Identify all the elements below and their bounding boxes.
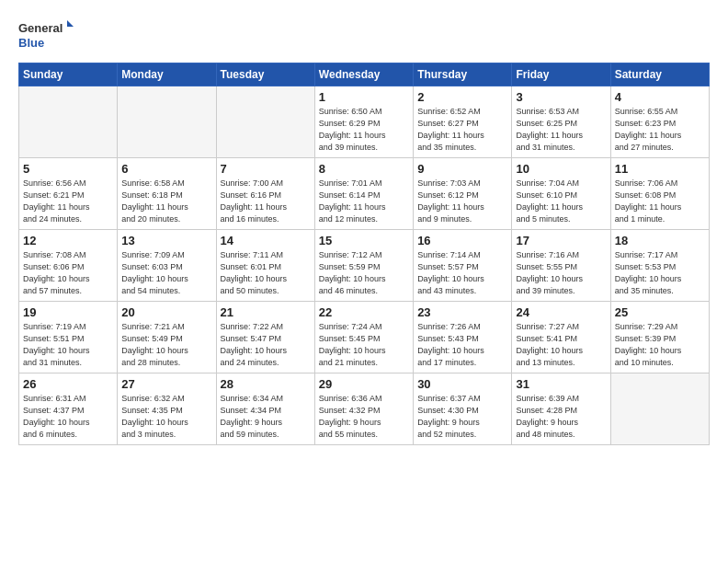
week-row-1: 1Sunrise: 6:50 AM Sunset: 6:29 PM Daylig…: [19, 86, 710, 158]
weekday-monday: Monday: [118, 63, 216, 86]
day-number: 14: [221, 234, 311, 247]
day-number: 19: [23, 305, 113, 319]
day-info: Sunrise: 7:04 AM Sunset: 6:10 PM Dayligh…: [516, 178, 606, 225]
calendar-cell: 7Sunrise: 7:00 AM Sunset: 6:16 PM Daylig…: [216, 158, 314, 230]
calendar-cell: 18Sunrise: 7:17 AM Sunset: 5:53 PM Dayli…: [610, 230, 709, 302]
weekday-sunday: Sunday: [19, 63, 118, 86]
calendar-cell: 5Sunrise: 6:56 AM Sunset: 6:21 PM Daylig…: [19, 158, 118, 230]
day-info: Sunrise: 7:12 AM Sunset: 5:59 PM Dayligh…: [319, 249, 409, 297]
day-info: Sunrise: 6:32 AM Sunset: 4:35 PM Dayligh…: [121, 393, 211, 441]
day-info: Sunrise: 7:24 AM Sunset: 5:45 PM Dayligh…: [319, 321, 409, 369]
day-info: Sunrise: 7:29 AM Sunset: 5:39 PM Dayligh…: [615, 321, 705, 369]
day-number: 30: [417, 377, 507, 391]
day-info: Sunrise: 7:03 AM Sunset: 6:12 PM Dayligh…: [417, 178, 507, 225]
day-number: 22: [319, 305, 409, 319]
day-info: Sunrise: 6:37 AM Sunset: 4:30 PM Dayligh…: [417, 393, 507, 441]
calendar-cell: 23Sunrise: 7:26 AM Sunset: 5:43 PM Dayli…: [414, 302, 512, 373]
day-info: Sunrise: 6:50 AM Sunset: 6:29 PM Dayligh…: [319, 106, 409, 154]
day-info: Sunrise: 7:14 AM Sunset: 5:57 PM Dayligh…: [417, 249, 507, 297]
day-number: 8: [319, 162, 409, 176]
day-info: Sunrise: 7:26 AM Sunset: 5:43 PM Dayligh…: [417, 321, 507, 369]
day-number: 7: [221, 162, 311, 176]
calendar-cell: 16Sunrise: 7:14 AM Sunset: 5:57 PM Dayli…: [414, 230, 512, 302]
calendar-cell: 19Sunrise: 7:19 AM Sunset: 5:51 PM Dayli…: [19, 302, 118, 373]
day-info: Sunrise: 7:00 AM Sunset: 6:16 PM Dayligh…: [221, 178, 311, 225]
day-number: 29: [319, 377, 409, 391]
week-row-3: 12Sunrise: 7:08 AM Sunset: 6:06 PM Dayli…: [19, 230, 710, 302]
day-number: 25: [615, 305, 705, 319]
calendar-cell: 30Sunrise: 6:37 AM Sunset: 4:30 PM Dayli…: [414, 373, 512, 445]
day-info: Sunrise: 7:08 AM Sunset: 6:06 PM Dayligh…: [23, 249, 113, 297]
day-number: 6: [121, 162, 211, 176]
calendar-cell: 24Sunrise: 7:27 AM Sunset: 5:41 PM Dayli…: [512, 302, 610, 373]
day-info: Sunrise: 7:22 AM Sunset: 5:47 PM Dayligh…: [221, 321, 311, 369]
day-info: Sunrise: 6:36 AM Sunset: 4:32 PM Dayligh…: [319, 393, 409, 441]
calendar-cell: 12Sunrise: 7:08 AM Sunset: 6:06 PM Dayli…: [19, 230, 118, 302]
calendar-cell: 17Sunrise: 7:16 AM Sunset: 5:55 PM Dayli…: [512, 230, 610, 302]
day-info: Sunrise: 6:55 AM Sunset: 6:23 PM Dayligh…: [615, 106, 705, 154]
day-info: Sunrise: 6:39 AM Sunset: 4:28 PM Dayligh…: [516, 393, 606, 441]
calendar-cell: 9Sunrise: 7:03 AM Sunset: 6:12 PM Daylig…: [414, 158, 512, 230]
day-number: 27: [121, 377, 211, 391]
calendar-cell: 10Sunrise: 7:04 AM Sunset: 6:10 PM Dayli…: [512, 158, 610, 230]
calendar-cell: [216, 86, 314, 158]
calendar-cell: 27Sunrise: 6:32 AM Sunset: 4:35 PM Dayli…: [118, 373, 216, 445]
calendar-cell: 1Sunrise: 6:50 AM Sunset: 6:29 PM Daylig…: [314, 86, 413, 158]
calendar-cell: 15Sunrise: 7:12 AM Sunset: 5:59 PM Dayli…: [314, 230, 413, 302]
calendar-cell: 14Sunrise: 7:11 AM Sunset: 6:01 PM Dayli…: [216, 230, 314, 302]
logo: General Blue: [18, 17, 74, 53]
calendar-cell: 3Sunrise: 6:53 AM Sunset: 6:25 PM Daylig…: [512, 86, 610, 158]
calendar-cell: 28Sunrise: 6:34 AM Sunset: 4:34 PM Dayli…: [216, 373, 314, 445]
calendar-cell: [19, 86, 118, 158]
day-number: 3: [516, 90, 606, 104]
day-info: Sunrise: 7:21 AM Sunset: 5:49 PM Dayligh…: [121, 321, 211, 369]
day-number: 21: [221, 305, 311, 319]
day-number: 18: [615, 234, 705, 247]
day-number: 10: [516, 162, 606, 176]
calendar-cell: 4Sunrise: 6:55 AM Sunset: 6:23 PM Daylig…: [610, 86, 709, 158]
day-info: Sunrise: 6:58 AM Sunset: 6:18 PM Dayligh…: [121, 178, 211, 225]
day-info: Sunrise: 7:09 AM Sunset: 6:03 PM Dayligh…: [121, 249, 211, 297]
calendar-cell: 22Sunrise: 7:24 AM Sunset: 5:45 PM Dayli…: [314, 302, 413, 373]
calendar-cell: 20Sunrise: 7:21 AM Sunset: 5:49 PM Dayli…: [118, 302, 216, 373]
day-number: 2: [417, 90, 507, 104]
day-number: 20: [121, 305, 211, 319]
calendar-cell: 8Sunrise: 7:01 AM Sunset: 6:14 PM Daylig…: [314, 158, 413, 230]
calendar-cell: 29Sunrise: 6:36 AM Sunset: 4:32 PM Dayli…: [314, 373, 413, 445]
svg-text:Blue: Blue: [18, 36, 44, 50]
calendar-cell: 31Sunrise: 6:39 AM Sunset: 4:28 PM Dayli…: [512, 373, 610, 445]
day-info: Sunrise: 6:52 AM Sunset: 6:27 PM Dayligh…: [417, 106, 507, 154]
day-number: 31: [516, 377, 606, 391]
day-info: Sunrise: 7:27 AM Sunset: 5:41 PM Dayligh…: [516, 321, 606, 369]
calendar-cell: 21Sunrise: 7:22 AM Sunset: 5:47 PM Dayli…: [216, 302, 314, 373]
day-info: Sunrise: 6:34 AM Sunset: 4:34 PM Dayligh…: [221, 393, 311, 441]
weekday-saturday: Saturday: [610, 63, 709, 86]
header: General Blue: [18, 17, 710, 53]
svg-text:General: General: [18, 21, 63, 35]
day-number: 9: [417, 162, 507, 176]
day-info: Sunrise: 7:19 AM Sunset: 5:51 PM Dayligh…: [23, 321, 113, 369]
week-row-5: 26Sunrise: 6:31 AM Sunset: 4:37 PM Dayli…: [19, 373, 710, 445]
calendar-cell: 2Sunrise: 6:52 AM Sunset: 6:27 PM Daylig…: [414, 86, 512, 158]
day-info: Sunrise: 7:01 AM Sunset: 6:14 PM Dayligh…: [319, 178, 409, 225]
day-number: 12: [23, 234, 113, 247]
week-row-4: 19Sunrise: 7:19 AM Sunset: 5:51 PM Dayli…: [19, 302, 710, 373]
calendar-cell: [610, 373, 709, 445]
day-info: Sunrise: 7:06 AM Sunset: 6:08 PM Dayligh…: [615, 178, 705, 225]
calendar-cell: 26Sunrise: 6:31 AM Sunset: 4:37 PM Dayli…: [19, 373, 118, 445]
day-number: 26: [23, 377, 113, 391]
day-number: 13: [121, 234, 211, 247]
day-number: 24: [516, 305, 606, 319]
day-info: Sunrise: 7:11 AM Sunset: 6:01 PM Dayligh…: [221, 249, 311, 297]
calendar-cell: [118, 86, 216, 158]
weekday-wednesday: Wednesday: [314, 63, 413, 86]
day-info: Sunrise: 6:31 AM Sunset: 4:37 PM Dayligh…: [23, 393, 113, 441]
calendar-table: SundayMondayTuesdayWednesdayThursdayFrid…: [18, 63, 710, 445]
week-row-2: 5Sunrise: 6:56 AM Sunset: 6:21 PM Daylig…: [19, 158, 710, 230]
day-number: 11: [615, 162, 705, 176]
weekday-tuesday: Tuesday: [216, 63, 314, 86]
day-number: 28: [221, 377, 311, 391]
day-info: Sunrise: 7:16 AM Sunset: 5:55 PM Dayligh…: [516, 249, 606, 297]
svg-marker-1: [67, 20, 74, 27]
calendar-cell: 13Sunrise: 7:09 AM Sunset: 6:03 PM Dayli…: [118, 230, 216, 302]
